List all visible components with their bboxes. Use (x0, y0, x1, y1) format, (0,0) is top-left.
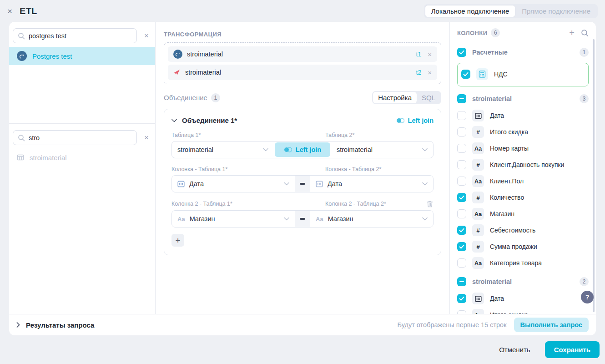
transform-table-row-t2[interactable]: stroimaterial t2 × (168, 65, 437, 80)
clear-connection-search-icon[interactable]: × (141, 31, 151, 40)
group-checkbox-indeterminate[interactable] (457, 94, 466, 103)
table-icon (17, 154, 24, 161)
columns-count-badge: 6 (491, 28, 500, 37)
column-pair-row-2: Aa Магазин Aa Магазин (171, 210, 434, 228)
column-item[interactable]: Aa Клиент.Пол (457, 173, 589, 189)
save-button[interactable]: Сохранить (545, 341, 600, 358)
column-item[interactable]: Aa Номер карты (457, 140, 589, 157)
column-item[interactable]: Aa Категория товара (457, 255, 589, 271)
string-type-icon: Aa (472, 309, 484, 314)
close-icon[interactable]: × (7, 7, 12, 15)
help-button[interactable]: ? (581, 291, 594, 303)
table1-select[interactable]: stroimaterial (172, 142, 274, 158)
column-label: Магазин (490, 210, 514, 217)
add-column-icon[interactable]: + (569, 28, 575, 37)
calculator-icon (476, 68, 488, 80)
column-item[interactable]: Aa Магазин (457, 206, 589, 222)
column-item[interactable]: Дата (457, 290, 589, 307)
column2-table1-select[interactable]: Aa Магазин (172, 211, 295, 227)
connection-search-field[interactable] (29, 32, 132, 40)
string-type-icon: Aa (472, 208, 484, 220)
column-item-nds[interactable]: НДС (461, 65, 585, 83)
sources-sidebar: × Postgres test × (9, 22, 156, 314)
calendar-icon (316, 180, 323, 187)
check-icon (459, 228, 464, 233)
column-checkbox-checked[interactable] (457, 242, 466, 251)
column-checkbox-unchecked[interactable] (457, 310, 466, 314)
column-group-stroimaterial-2[interactable]: stroimaterial 2 (457, 273, 589, 290)
column-checkbox-unchecked[interactable] (457, 160, 466, 169)
column-item[interactable]: # Себестоимость (457, 222, 589, 238)
add-condition-button[interactable]: + (171, 234, 184, 247)
connections-block: × Postgres test (9, 22, 155, 124)
table2-select[interactable]: stroimaterial (331, 142, 433, 158)
column-checkbox-checked[interactable] (461, 70, 470, 79)
calendar-icon (472, 110, 484, 121)
cancel-button[interactable]: Отменить (499, 346, 530, 354)
column2-table1-value: Магазин (190, 215, 215, 222)
group-checkbox-checked[interactable] (457, 48, 466, 57)
group-checkbox-indeterminate[interactable] (457, 277, 466, 286)
connection-item-label: Postgres test (32, 52, 72, 60)
column-label: Клиент.Пол (490, 177, 524, 185)
etl-panel: × Postgres test × (9, 22, 596, 335)
column-checkbox-checked[interactable] (457, 193, 466, 202)
column-checkbox-unchecked[interactable] (457, 177, 466, 186)
tab-local-connection[interactable]: Локальное подключение (425, 5, 516, 17)
column-label: Итого скидка (490, 311, 528, 314)
column1-table2-label: Колонка - Таблица 2* (325, 166, 434, 172)
join-venn-icon (284, 147, 292, 152)
column-checkbox-unchecked[interactable] (457, 144, 466, 153)
column-item[interactable]: Aa Итого скидка (457, 307, 589, 314)
connection-item-postgres[interactable]: Postgres test (9, 47, 155, 65)
join-card: Объединение 1* Left join Таблица 1* Табл… (164, 109, 441, 255)
column-group-stroimaterial-1[interactable]: stroimaterial 3 (457, 90, 589, 107)
column1-table1-select[interactable]: Дата (172, 176, 295, 192)
connection-search-input[interactable] (13, 28, 137, 43)
remove-table-icon[interactable]: × (428, 69, 432, 76)
number-type-icon: # (472, 224, 484, 236)
join-type-button[interactable]: Left join (275, 142, 330, 157)
column-checkbox-checked[interactable] (457, 226, 466, 235)
column2-table2-select[interactable]: Aa Магазин (310, 211, 433, 227)
run-query-button[interactable]: Выполнить запрос (514, 318, 589, 332)
table-search-field[interactable] (29, 134, 132, 142)
file-source-icon (173, 69, 181, 76)
tab-sql[interactable]: SQL (417, 92, 440, 103)
remove-table-icon[interactable]: × (428, 51, 432, 58)
results-toggle[interactable]: Результаты запроса (16, 321, 94, 329)
join-type-link[interactable]: Left join (396, 117, 434, 124)
column-item[interactable]: # Клиент.Давность покупки (457, 157, 589, 173)
column-group-calculated[interactable]: Расчетные 1 (457, 44, 589, 61)
column-checkbox-unchecked[interactable] (457, 258, 466, 268)
column-checkbox-unchecked[interactable] (457, 111, 466, 120)
column-checkbox-unchecked[interactable] (457, 209, 466, 218)
columns-scrollbar[interactable] (593, 39, 595, 312)
clear-table-search-icon[interactable]: × (141, 133, 151, 142)
group-label: stroimaterial (472, 278, 512, 285)
column-item[interactable]: # Сумма продажи (457, 238, 589, 255)
search-columns-icon[interactable] (581, 29, 589, 37)
number-type-icon: # (472, 159, 484, 171)
column-checkbox-checked[interactable] (457, 294, 466, 303)
column-item[interactable]: # Итого скидка (457, 124, 589, 140)
column-item[interactable]: Дата (457, 107, 589, 124)
join-type-label: Left join (408, 117, 434, 124)
tab-direct-connection[interactable]: Прямое подключение (515, 5, 597, 17)
transform-table-row-t1[interactable]: stroimaterial t1 × (168, 46, 437, 62)
chevron-down-icon (263, 148, 268, 152)
highlighted-column-box: НДС (457, 63, 589, 86)
transform-table-name: stroimaterial (187, 51, 412, 58)
table-item-stroimaterial[interactable]: stroimaterial (9, 149, 155, 166)
tab-settings[interactable]: Настройка (373, 92, 417, 103)
group-label: Расчетные (472, 49, 508, 56)
delete-condition-icon[interactable] (426, 200, 434, 207)
table-search-input[interactable] (13, 130, 137, 145)
join-count-badge: 1 (211, 93, 220, 102)
column1-table2-select[interactable]: Дата (310, 176, 433, 192)
column-item[interactable]: # Количество (457, 189, 589, 206)
rows-limit-hint: Будут отображены первые 15 строк (398, 321, 507, 329)
column-checkbox-unchecked[interactable] (457, 127, 466, 136)
column2-table2-label: Колонка 2 - Таблица 2* (325, 201, 426, 207)
chevron-down-icon[interactable] (171, 119, 177, 122)
